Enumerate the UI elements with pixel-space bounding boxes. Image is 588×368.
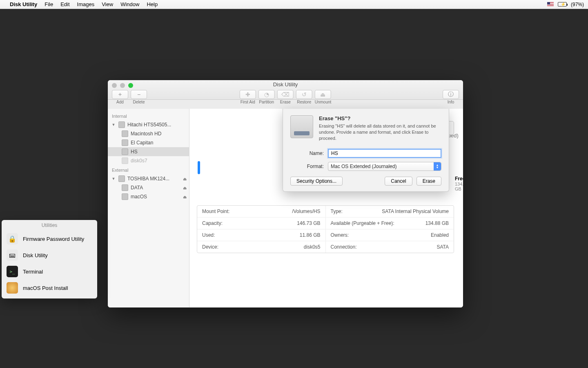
battery-percent: (97%) [571,2,584,7]
free-value: 134.88 GB [455,182,463,191]
battery-icon[interactable]: ⚡ [558,2,567,7]
volume-icon [122,130,128,137]
sidebar-disk-internal[interactable]: ▼Hitachi HTS54505... [108,120,189,129]
sidebar-vol-macintosh-hd[interactable]: Macintosh HD [108,129,189,138]
detail-key: Type: [331,209,343,214]
sidebar-disk-external[interactable]: ▼TOSHIBA MK124...⏏ [108,174,189,183]
toolbar-unmount-label: Unmount [315,100,332,104]
toolbar-unmount-button[interactable]: ⏏Unmount [315,90,332,104]
dock-utilities-popup: Utilities 🔒Firmware Password Utility 🖴Di… [2,220,97,298]
toolbar-erase-button[interactable]: ⌫Erase [277,90,294,104]
usage-bar [198,161,200,174]
detail-key: Device: [202,244,218,250]
menu-view[interactable]: View [102,1,113,7]
toolbar-delete-button[interactable]: −Delete [131,90,147,104]
free-legend: Free 134.88 GB [455,176,463,191]
volume-icon [122,148,128,155]
dock-popup-title: Utilities [2,220,97,231]
format-label: Format: [290,164,324,169]
main-content: aled) 146.73 GB Free 134.88 GB Mount Poi… [189,109,463,307]
cancel-button[interactable]: Cancel [385,177,412,186]
dock-item-firmware[interactable]: 🔒Firmware Password Utility [2,231,97,247]
toolbar-erase-label: Erase [280,100,291,104]
erase-dialog: Erase "HS"? Erasing "HS" will delete all… [283,109,449,192]
free-label: Free [455,176,463,182]
app-menu[interactable]: Disk Utility [10,1,37,7]
toolbar-info-button[interactable]: ⓘInfo [443,90,459,104]
toolbar-delete-label: Delete [133,100,145,104]
menu-window[interactable]: Window [120,1,139,7]
toolbar-add-button[interactable]: ＋Add [112,90,128,104]
erase-button[interactable]: Erase [416,177,441,186]
detail-value: 134.88 GB [425,220,449,226]
detail-value: 146.73 GB [297,220,320,226]
format-value: Mac OS Extended (Journaled) [331,164,396,169]
window-titlebar: Disk Utility ＋Add −Delete ✚First Aid ◔Pa… [108,80,463,100]
sidebar-item-label: disk0s7 [131,158,147,164]
dock-item-diskutility[interactable]: 🖴Disk Utility [2,247,97,263]
name-label: Name: [290,150,324,156]
terminal-icon: >_ [7,266,18,277]
disk-utility-icon: 🖴 [7,249,18,261]
toolbar-firstaid-button[interactable]: ✚First Aid [240,90,256,104]
eject-icon[interactable]: ⏏ [183,186,187,190]
dock-item-label: macOS Post Install [23,285,68,291]
toolbar-add-label: Add [116,100,124,104]
volume-icon [122,157,128,164]
detail-key: Capacity: [202,220,223,226]
detail-value: 11.86 GB [300,232,321,238]
dock-item-postinstall[interactable]: macOS Post Install [2,280,97,296]
select-arrows-icon: ▲▼ [434,162,441,171]
menu-edit[interactable]: Edit [60,1,69,7]
eject-icon[interactable]: ⏏ [183,177,187,181]
toolbar-restore-label: Restore [297,100,311,104]
dialog-title: Erase "HS"? [319,115,441,121]
sidebar-item-label: DATA [131,185,143,191]
menu-images[interactable]: Images [77,1,95,7]
sidebar: Internal ▼Hitachi HTS54505... Macintosh … [108,109,189,307]
toolbar-partition-button[interactable]: ◔Partition [258,90,275,104]
detail-value: disk0s5 [304,244,321,250]
sidebar-item-label: Hitachi HTS54505... [127,122,171,128]
drive-large-icon [290,115,313,138]
drive-icon [118,121,125,128]
sidebar-vol-disk0s7[interactable]: disk0s7 [108,156,189,165]
dock-item-label: Terminal [23,269,43,275]
sidebar-item-label: macOS [131,194,147,200]
sidebar-vol-macos[interactable]: macOS⏏ [108,192,189,201]
security-options-button[interactable]: Security Options... [290,177,343,186]
menu-help[interactable]: Help [147,1,158,7]
sidebar-item-label: HS [131,149,138,155]
lock-icon: 🔒 [7,233,18,245]
detail-key: Owners: [331,232,349,238]
sidebar-vol-hs[interactable]: HS [108,147,189,156]
post-install-icon [7,282,18,294]
window-title: Disk Utility [108,81,463,88]
detail-value: SATA Internal Physical Volume [382,209,449,214]
disk-utility-window: Disk Utility ＋Add −Delete ✚First Aid ◔Pa… [108,80,463,307]
name-input[interactable] [328,149,441,158]
detail-value: Enabled [431,232,449,238]
drive-icon [118,175,125,182]
sidebar-vol-elcapitan[interactable]: El Capitan [108,138,189,147]
dock-item-label: Disk Utility [23,252,48,258]
format-select[interactable]: Mac OS Extended (Journaled) ▲▼ [328,162,441,171]
detail-key: Used: [202,232,215,238]
menu-file[interactable]: File [45,1,53,7]
eject-icon[interactable]: ⏏ [183,195,187,199]
toolbar-info-label: Info [448,100,454,104]
toolbar-restore-button[interactable]: ↺Restore [296,90,312,104]
sidebar-item-label: El Capitan [131,140,153,146]
sidebar-external-header: External [108,165,189,174]
sidebar-internal-header: Internal [108,111,189,120]
input-source-icon[interactable] [547,2,554,7]
toolbar-firstaid-label: First Aid [241,100,255,104]
sidebar-item-label: TOSHIBA MK124... [127,176,169,182]
sidebar-vol-data[interactable]: DATA⏏ [108,183,189,192]
detail-key: Mount Point: [202,209,229,214]
volume-icon [122,184,128,191]
details-table: Mount Point:/Volumes/HS Type:SATA Intern… [197,205,454,253]
dock-item-label: Firmware Password Utility [23,236,84,242]
dock-item-terminal[interactable]: >_Terminal [2,263,97,280]
dialog-body: Erasing "HS" will delete all data stored… [319,123,441,141]
